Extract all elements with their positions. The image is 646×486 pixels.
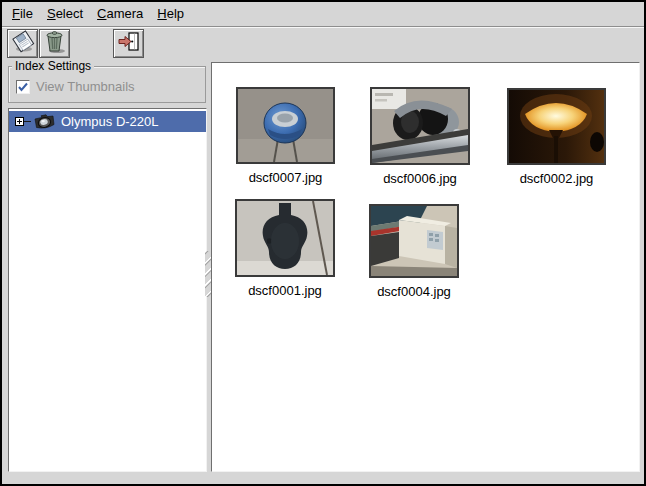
menubar: File Select Camera Help [2,2,644,27]
thumbnail-image-dscf0001[interactable] [235,199,335,277]
floppy-save-icon [11,30,35,58]
thumbnail-filename: dscf0004.jpg [369,284,459,299]
thumbnail-item[interactable]: dscf0001.jpg [235,199,335,298]
thumbnail-filename: dscf0007.jpg [236,170,335,185]
camera-icon [32,113,56,131]
application-window: File Select Camera Help [0,0,646,486]
checkmark-icon [17,81,29,93]
expander-plus-icon[interactable] [15,117,24,126]
menu-select[interactable]: Select [40,2,90,26]
tree-item-olympus-d220l[interactable]: Olympus D-220L [9,111,206,132]
toolbar [2,28,644,62]
view-thumbnails-checkbox[interactable]: View Thumbnails [16,79,135,94]
thumbnail-item[interactable]: dscf0002.jpg [507,88,606,186]
thumbnail-image-dscf0002[interactable] [507,88,606,165]
checkbox-box[interactable] [16,80,30,94]
thumbnail-image-dscf0004[interactable] [369,204,459,278]
delete-button[interactable] [39,29,70,58]
thumbnail-filename: dscf0006.jpg [370,171,470,186]
exit-button[interactable] [113,29,144,58]
menu-help[interactable]: Help [150,2,191,26]
camera-tree-panel[interactable]: Olympus D-220L [8,108,207,472]
save-button[interactable] [7,29,38,58]
trash-icon [43,30,67,58]
thumbnail-filename: dscf0001.jpg [235,283,335,298]
thumbnail-item[interactable]: dscf0006.jpg [370,87,470,186]
thumbnail-item[interactable]: dscf0007.jpg [236,87,335,185]
menu-file[interactable]: File [5,2,40,26]
tree-connector-line [24,121,31,122]
index-settings-title: Index Settings [12,59,94,73]
index-settings-frame: Index Settings View Thumbnails [8,66,206,103]
menu-camera[interactable]: Camera [90,2,150,26]
thumbnail-index-panel: dscf0007.jpg [211,62,640,472]
thumbnail-filename: dscf0002.jpg [507,171,606,186]
tree-item-label: Olympus D-220L [61,114,159,129]
thumbnail-image-dscf0006[interactable] [370,87,470,165]
exit-door-icon [117,31,141,57]
thumbnail-image-dscf0007[interactable] [236,87,335,164]
thumbnail-item[interactable]: dscf0004.jpg [369,204,459,299]
view-thumbnails-label: View Thumbnails [36,79,135,94]
